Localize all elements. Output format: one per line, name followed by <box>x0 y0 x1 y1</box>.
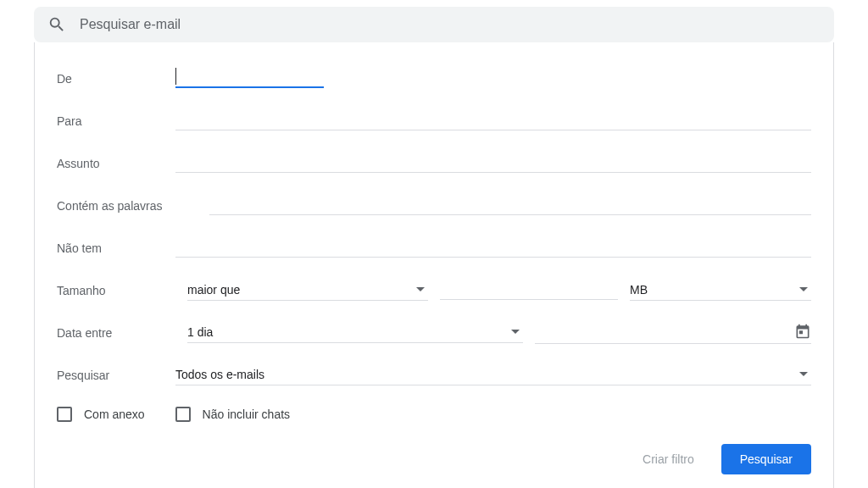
search-icon <box>47 15 66 34</box>
size-label: Tamanho <box>57 284 175 297</box>
chevron-down-icon <box>511 330 520 334</box>
has-attachment-label: Com anexo <box>84 408 145 421</box>
doesnt-have-row: Não tem <box>57 237 811 259</box>
search-placeholder: Pesquisar e-mail <box>80 17 181 32</box>
doesnt-have-label: Não tem <box>57 241 175 255</box>
subject-input[interactable] <box>175 155 811 173</box>
search-in-row: Pesquisar Todos os e-mails <box>57 364 811 386</box>
to-label: Para <box>57 114 175 128</box>
search-in-value: Todos os e-mails <box>175 368 264 381</box>
chevron-down-icon <box>799 372 808 376</box>
checkbox-row: Com anexo Não incluir chats <box>57 407 811 422</box>
size-row: Tamanho maior que MB <box>57 280 811 302</box>
has-attachment-checkbox[interactable]: Com anexo <box>57 407 145 422</box>
has-words-row: Contém as palavras <box>57 195 811 217</box>
chevron-down-icon <box>416 287 425 291</box>
date-range-value: 1 dia <box>187 325 213 339</box>
doesnt-have-input[interactable] <box>175 240 811 258</box>
size-comparator-select[interactable]: maior que <box>187 281 428 301</box>
calendar-icon <box>794 323 811 340</box>
search-in-label: Pesquisar <box>57 369 175 382</box>
create-filter-button[interactable]: Criar filtro <box>639 446 698 473</box>
size-comparator-value: maior que <box>187 283 240 297</box>
subject-label: Assunto <box>57 157 175 170</box>
subject-row: Assunto <box>57 152 811 175</box>
exclude-chats-checkbox[interactable]: Não incluir chats <box>175 407 291 422</box>
size-value-input[interactable] <box>440 282 618 300</box>
has-words-input[interactable] <box>209 197 811 215</box>
from-label: De <box>57 72 175 86</box>
size-unit-value: MB <box>630 283 648 297</box>
size-unit-select[interactable]: MB <box>630 281 811 301</box>
checkbox-box-icon <box>57 407 72 422</box>
date-label: Data entre <box>57 326 175 340</box>
search-in-select[interactable]: Todos os e-mails <box>175 366 811 385</box>
date-row: Data entre 1 dia <box>57 322 811 344</box>
date-range-select[interactable]: 1 dia <box>187 324 523 343</box>
date-picker[interactable] <box>535 323 811 344</box>
chevron-down-icon <box>799 287 808 291</box>
exclude-chats-label: Não incluir chats <box>203 408 291 421</box>
checkbox-box-icon <box>175 407 191 422</box>
from-row: De <box>57 68 811 90</box>
to-input[interactable] <box>175 113 811 130</box>
text-cursor <box>175 68 176 85</box>
search-bar[interactable]: Pesquisar e-mail <box>34 7 834 42</box>
button-row: Criar filtro Pesquisar <box>57 444 811 474</box>
search-container: Pesquisar e-mail De Para Assunto Contém … <box>34 7 834 488</box>
has-words-label: Contém as palavras <box>57 199 209 213</box>
advanced-search-panel: De Para Assunto Contém as palavras Não t… <box>34 42 834 488</box>
from-input[interactable] <box>175 69 324 88</box>
search-button[interactable]: Pesquisar <box>721 444 811 474</box>
to-row: Para <box>57 110 811 132</box>
